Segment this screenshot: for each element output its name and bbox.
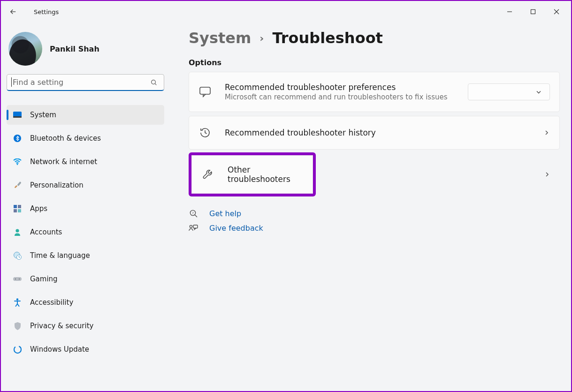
sidebar-item-bluetooth[interactable]: Bluetooth & devices <box>7 128 164 148</box>
accounts-icon <box>13 228 22 236</box>
svg-rect-11 <box>14 205 17 208</box>
sidebar-item-label: Personalization <box>30 181 84 189</box>
svg-point-15 <box>15 229 19 232</box>
svg-point-4 <box>152 80 156 84</box>
sidebar-item-personalization[interactable]: Personalization <box>7 175 164 195</box>
chevron-right-icon: › <box>259 32 264 44</box>
chevron-right-icon <box>544 171 550 178</box>
svg-rect-25 <box>200 87 210 94</box>
comment-icon <box>198 86 212 98</box>
time-language-icon <box>13 251 22 260</box>
svg-rect-10 <box>17 181 21 186</box>
svg-line-5 <box>155 83 156 85</box>
feedback-icon <box>189 224 198 233</box>
wifi-icon <box>13 158 22 165</box>
svg-point-29 <box>190 225 192 227</box>
svg-rect-12 <box>18 205 21 208</box>
history-icon <box>198 127 212 139</box>
breadcrumb-current: Troubleshoot <box>272 29 383 47</box>
link-text: Give feedback <box>209 224 263 233</box>
card-subtitle: Microsoft can recommend and run troubles… <box>225 93 455 101</box>
svg-point-21 <box>15 279 16 279</box>
svg-text:?: ? <box>192 211 194 215</box>
sidebar-item-gaming[interactable]: Gaming <box>7 269 164 289</box>
help-icon: ? <box>189 209 198 218</box>
link-text: Get help <box>209 209 241 218</box>
sidebar-item-label: Bluetooth & devices <box>30 134 101 143</box>
paintbrush-icon <box>13 181 22 189</box>
svg-rect-1 <box>531 10 535 14</box>
sidebar-item-label: Accounts <box>30 228 62 236</box>
svg-point-22 <box>19 279 20 279</box>
get-help-link[interactable]: ? Get help <box>189 209 560 218</box>
breadcrumb: System › Troubleshoot <box>189 29 560 47</box>
sidebar-item-apps[interactable]: Apps <box>7 199 164 219</box>
sidebar-item-windows-update[interactable]: Windows Update <box>7 339 164 359</box>
text-cursor <box>11 77 12 87</box>
svg-line-19 <box>19 257 21 258</box>
svg-rect-20 <box>13 277 22 281</box>
svg-point-9 <box>17 164 18 165</box>
highlight-other-troubleshooters: Other troubleshooters <box>189 152 316 196</box>
apps-icon <box>13 205 22 212</box>
profile-name: Pankil Shah <box>50 45 99 53</box>
card-title: Other troubleshooters <box>228 165 303 184</box>
profile-area[interactable]: Pankil Shah <box>7 28 164 74</box>
sidebar-item-label: Accessibility <box>30 298 73 307</box>
svg-rect-30 <box>193 225 198 228</box>
sidebar-item-accessibility[interactable]: Accessibility <box>7 293 164 312</box>
sidebar-item-label: System <box>30 111 56 119</box>
breadcrumb-parent[interactable]: System <box>189 29 251 47</box>
accessibility-icon <box>13 298 22 307</box>
search-input[interactable] <box>7 74 164 91</box>
sidebar-item-label: Network & internet <box>30 158 97 166</box>
sidebar-item-time-language[interactable]: Time & language <box>7 246 164 265</box>
shield-icon <box>13 322 22 330</box>
card-title: Recommended troubleshooter preferences <box>225 83 455 92</box>
bluetooth-icon <box>13 135 22 142</box>
svg-line-27 <box>195 215 197 217</box>
sidebar-item-label: Windows Update <box>30 345 89 354</box>
chevron-down-icon <box>535 89 542 95</box>
back-arrow-icon <box>9 8 17 16</box>
system-icon <box>13 112 22 118</box>
card-recommended-history[interactable]: Recommended troubleshooter history <box>189 116 560 150</box>
minimize-button[interactable] <box>499 4 520 19</box>
sidebar-item-label: Privacy & security <box>30 322 93 330</box>
sidebar-item-privacy[interactable]: Privacy & security <box>7 316 164 336</box>
sidebar-item-label: Apps <box>30 204 47 213</box>
maximize-icon <box>530 9 536 15</box>
svg-rect-14 <box>18 209 21 212</box>
svg-rect-13 <box>14 209 17 212</box>
update-icon <box>13 346 22 354</box>
minimize-icon <box>507 9 512 15</box>
avatar <box>8 32 42 66</box>
sidebar-item-label: Gaming <box>30 275 58 283</box>
chevron-right-icon <box>543 129 550 136</box>
svg-point-23 <box>16 298 18 300</box>
svg-rect-7 <box>13 116 22 118</box>
card-recommended-preferences[interactable]: Recommended troubleshooter preferences M… <box>189 72 560 112</box>
main-content: System › Troubleshoot Options Recommende… <box>170 23 571 391</box>
gaming-icon <box>13 276 22 282</box>
app-title: Settings <box>34 8 59 15</box>
sidebar-item-system[interactable]: System <box>7 105 164 125</box>
nav-list: System Bluetooth & devices Network & int… <box>7 105 164 363</box>
card-other-troubleshooters[interactable]: Other troubleshooters <box>191 155 313 194</box>
give-feedback-link[interactable]: Give feedback <box>189 224 560 233</box>
card-title: Recommended troubleshooter history <box>225 128 530 137</box>
back-button[interactable] <box>8 7 18 16</box>
sidebar-item-label: Time & language <box>30 251 90 260</box>
close-button[interactable] <box>546 4 567 19</box>
sidebar-item-network[interactable]: Network & internet <box>7 152 164 172</box>
search-icon <box>150 79 158 86</box>
section-title-options: Options <box>189 58 560 67</box>
recommended-preferences-dropdown[interactable] <box>468 83 550 100</box>
wrench-icon <box>201 168 214 181</box>
close-icon <box>554 9 559 15</box>
sidebar-item-accounts[interactable]: Accounts <box>7 222 164 242</box>
sidebar: Pankil Shah System Bluetooth & devices N… <box>1 23 170 391</box>
maximize-button[interactable] <box>522 4 544 19</box>
window-controls <box>499 4 567 19</box>
title-bar: Settings <box>1 1 571 23</box>
